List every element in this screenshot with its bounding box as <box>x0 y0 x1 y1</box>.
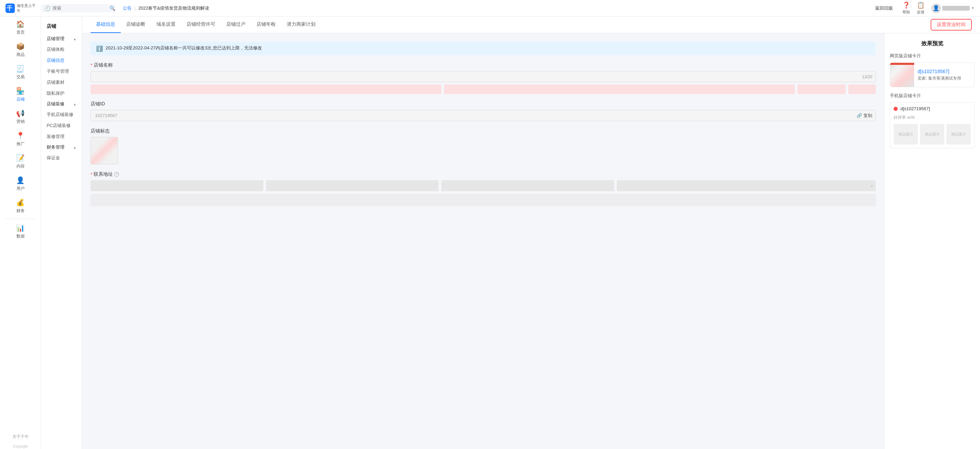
sub-item-shop-info[interactable]: 店铺信息 <box>41 55 82 66</box>
addr-province[interactable] <box>91 180 263 191</box>
error-tag-1 <box>91 85 441 94</box>
address-row-1: ∨ <box>91 180 876 191</box>
sub-item-privacy[interactable]: 隐私保护 <box>41 88 82 99</box>
shop-logo-label-text: 店铺标志 <box>91 128 110 134</box>
preview-panel: 效果预览 网页版店铺卡片 d[s102719567] 卖家: 集市客满测试专用 <box>884 33 980 449</box>
sidebar-item-marketing[interactable]: 📢 营销 <box>0 106 41 128</box>
user-icon: 👤 <box>16 176 25 184</box>
goods-icon: 📦 <box>16 42 25 51</box>
set-time-button[interactable]: 设置营业时间 <box>931 19 972 30</box>
tab-annual-check[interactable]: 店铺年检 <box>251 16 281 33</box>
addr-city[interactable] <box>266 180 439 191</box>
group-shop-manage-arrow: ▲ <box>73 37 76 41</box>
sub-item-mobile-decorate[interactable]: 手机店铺装修 <box>41 109 82 120</box>
sidebar-item-shop[interactable]: 🏪 店铺 <box>0 83 41 106</box>
contact-help-icon[interactable]: ? <box>114 172 119 177</box>
form-content: ℹ️ 2021-10-29至2022-04-27内店铺名称一共可以修改3次,您已… <box>82 33 980 449</box>
group-finance-manage[interactable]: 财务管理 ▲ <box>41 142 82 152</box>
group-shop-decorate-arrow: ▲ <box>73 102 76 106</box>
topbar-actions: 返回旧版 ❓ 帮助 📋 反馈 👤 ▼ <box>872 2 975 15</box>
mobile-product-img-3: 商品图片 <box>947 124 971 144</box>
announcement-divider: | <box>134 5 135 11</box>
shop-id-input <box>91 110 876 121</box>
mobile-card-header: d[s102719567] <box>894 106 971 111</box>
avatar: 👤 <box>931 3 941 13</box>
help-button[interactable]: ❓ 帮助 <box>902 2 910 15</box>
preview-title: 效果预览 <box>890 40 975 47</box>
error-tag-4 <box>848 85 876 94</box>
shop-id-label-text: 店铺ID <box>91 101 105 107</box>
sidebar-item-data[interactable]: 📊 数据 <box>0 221 41 243</box>
sidebar-item-content[interactable]: 📝 内容 <box>0 150 41 173</box>
mobile-card-rate: 好评率 xx% <box>894 115 971 120</box>
group-shop-decorate[interactable]: 店铺装修 ▲ <box>41 99 82 109</box>
pc-card: d[s102719567] 卖家: 集市客满测试专用 <box>890 62 975 87</box>
search-input[interactable] <box>52 5 107 11</box>
svg-text:千: 千 <box>6 5 13 12</box>
sidebar-copyright: Copyright <box>0 443 41 449</box>
shop-name-input[interactable] <box>91 71 876 82</box>
tab-shop-diagnosis[interactable]: 店铺诊断 <box>121 16 151 33</box>
sidebar-item-goods[interactable]: 📦 商品 <box>0 39 41 61</box>
sub-item-deposit[interactable]: 保证金 <box>41 152 82 163</box>
content-icon: 📝 <box>16 154 25 162</box>
group-finance-manage-arrow: ▲ <box>73 145 76 149</box>
sidebar-item-finance[interactable]: 💰 财务 <box>0 195 41 217</box>
sidebar-item-promote[interactable]: 📍 推广 <box>0 128 41 150</box>
help-label: 帮助 <box>902 10 910 15</box>
sidebar-about[interactable]: 关于千牛 <box>0 431 41 443</box>
error-tag-3 <box>797 85 846 94</box>
return-old-button[interactable]: 返回旧版 <box>872 4 896 13</box>
topbar: 千 做生意上千牛 🕐 🔍 公告 | 2022春节&疫情发货及物流规则解读 返回旧… <box>0 0 980 16</box>
feedback-label: 反馈 <box>917 10 924 15</box>
shop-name-label-text: 店铺名称 <box>94 62 113 68</box>
username <box>942 6 970 11</box>
tab-transfer[interactable]: 店铺过户 <box>221 16 251 33</box>
group-finance-manage-label: 财务管理 <box>47 144 64 150</box>
announcement-text: 2022春节&疫情发货及物流规则解读 <box>138 5 209 11</box>
sidebar-nav: 🏠 首页 📦 商品 🧾 交易 🏪 店铺 📢 营销 📍 推广 <box>0 16 41 431</box>
error-tag-2 <box>444 85 795 94</box>
copy-shop-id-button[interactable]: 🔗 复制 <box>857 113 872 119</box>
sub-item-shop-material[interactable]: 店铺素材 <box>41 77 82 88</box>
sidebar-item-trade[interactable]: 🧾 交易 <box>0 61 41 83</box>
shop-name-count: 13/20 <box>862 75 872 79</box>
search-bar[interactable]: 🕐 🔍 <box>40 4 116 12</box>
mobile-product-img-1: 商品图片 <box>894 124 918 144</box>
mobile-card: d[s102719567] 好评率 xx% 商品图片 商品图片 商品图片 <box>890 102 975 148</box>
sub-item-shop-health[interactable]: 店铺体检 <box>41 44 82 55</box>
sub-sidebar: 店铺 店铺管理 ▲ 店铺体检 店铺信息 子账号管理 店铺素材 隐私保护 店铺装修… <box>41 16 82 449</box>
contact-label: * 联系地址 ? <box>91 171 876 177</box>
trade-icon: 🧾 <box>16 64 25 73</box>
tab-basic-info[interactable]: 基础信息 <box>91 16 121 33</box>
sidebar-label-trade: 交易 <box>16 74 25 80</box>
pc-card-seller: 卖家: 集市客满测试专用 <box>918 75 971 81</box>
tab-license[interactable]: 店铺经营许可 <box>181 16 221 33</box>
pc-card-name: d[s102719567] <box>918 69 971 74</box>
contact-label-text: 联系地址 <box>94 171 113 177</box>
data-icon: 📊 <box>16 224 25 232</box>
addr-detail[interactable]: ∨ <box>617 180 876 191</box>
home-icon: 🏠 <box>16 20 25 28</box>
logo-upload-box[interactable] <box>91 137 118 165</box>
addr-detail-input[interactable] <box>91 194 876 206</box>
sidebar-item-user[interactable]: 👤 用户 <box>0 173 41 195</box>
group-shop-manage[interactable]: 店铺管理 ▲ <box>41 34 82 44</box>
sub-item-pc-decorate[interactable]: PC店铺装修 <box>41 120 82 131</box>
tab-potential[interactable]: 潜力商家计划 <box>281 16 321 33</box>
tab-domain[interactable]: 域名设置 <box>151 16 181 33</box>
help-icon: ❓ <box>902 2 910 9</box>
feedback-button[interactable]: 📋 反馈 <box>917 2 924 15</box>
addr-district[interactable] <box>441 180 614 191</box>
qianniu-logo-icon: 千 <box>5 3 15 14</box>
sub-item-decorate-manage[interactable]: 装修管理 <box>41 131 82 142</box>
promote-icon: 📍 <box>16 131 25 140</box>
sidebar-item-home[interactable]: 🏠 首页 <box>0 16 41 39</box>
user-menu[interactable]: 👤 ▼ <box>931 3 975 13</box>
sidebar-label-home: 首页 <box>16 30 25 35</box>
sub-item-sub-account[interactable]: 子账号管理 <box>41 66 82 77</box>
pc-card-thumbnail <box>890 63 914 87</box>
shop-logo-section: 店铺标志 <box>91 128 876 165</box>
mobile-card-dot <box>894 107 898 111</box>
sidebar-label-user: 用户 <box>16 186 25 192</box>
